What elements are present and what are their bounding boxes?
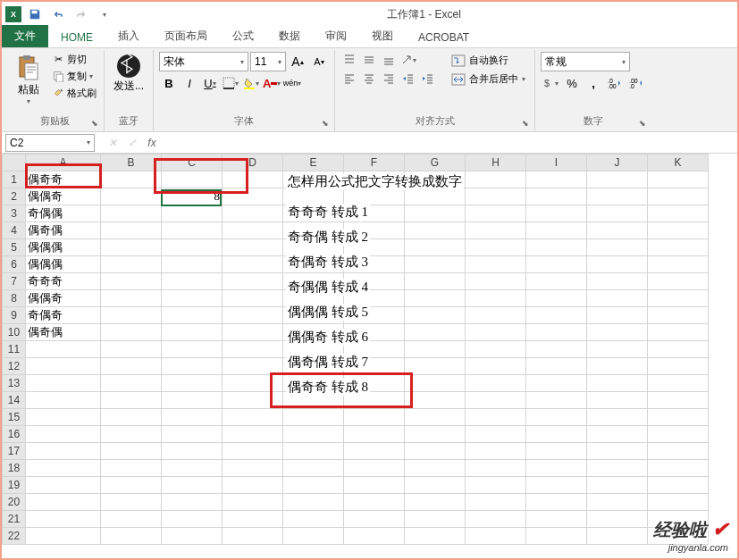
cell[interactable]: 偶偶偶 [26,239,101,256]
increase-indent-button[interactable] [419,71,437,87]
cell[interactable] [101,273,162,290]
cell[interactable] [587,324,648,341]
cell[interactable] [405,188,466,205]
formula-input[interactable] [166,134,737,152]
cell[interactable] [344,443,405,460]
row-header[interactable]: 4 [3,222,26,239]
grow-font-button[interactable]: A▴ [288,52,307,71]
cell[interactable] [526,256,587,273]
cell[interactable] [162,273,223,290]
italic-button[interactable]: I [180,73,199,93]
cell[interactable] [223,392,283,409]
cell[interactable] [648,205,709,222]
cell[interactable] [466,290,526,307]
cell[interactable] [587,460,648,477]
tab-acrobat[interactable]: ACROBAT [406,28,482,47]
cell[interactable] [587,341,648,358]
cell[interactable] [405,494,466,511]
cell[interactable]: 偶奇偶 [26,324,101,341]
fill-color-button[interactable]: ▾ [241,73,261,93]
cell[interactable] [526,477,587,494]
cell[interactable] [648,290,709,307]
cell[interactable] [101,494,162,511]
cell[interactable] [405,239,466,256]
column-header[interactable]: H [466,155,526,171]
cell[interactable] [223,341,283,358]
cell[interactable] [405,222,466,239]
cell[interactable] [466,222,526,239]
tab-file[interactable]: 文件 [2,25,48,47]
cell[interactable] [26,426,101,443]
cell[interactable] [526,511,587,528]
cell[interactable] [101,205,162,222]
cell[interactable] [526,494,587,511]
row-header[interactable]: 18 [3,460,26,477]
cell[interactable] [344,477,405,494]
cell[interactable] [587,426,648,443]
tab-data[interactable]: 数据 [266,25,313,47]
cell[interactable] [587,392,648,409]
cell[interactable] [587,188,648,205]
cell[interactable] [101,409,162,426]
comma-button[interactable]: , [584,73,603,93]
cell[interactable] [223,307,283,324]
cell[interactable] [587,375,648,392]
cell[interactable] [223,494,283,511]
cell[interactable] [405,426,466,443]
cell[interactable] [587,205,648,222]
cell[interactable] [648,324,709,341]
cell[interactable] [405,375,466,392]
align-right-button[interactable] [380,71,398,87]
cell[interactable] [223,171,283,188]
cell[interactable] [587,358,648,375]
cell[interactable] [526,171,587,188]
cell[interactable] [101,324,162,341]
cell[interactable] [648,477,709,494]
cell[interactable] [405,511,466,528]
cell[interactable] [283,443,344,460]
cell[interactable] [223,188,283,205]
cell[interactable] [405,324,466,341]
cell[interactable] [26,494,101,511]
cell[interactable] [101,239,162,256]
cell[interactable] [101,511,162,528]
cell[interactable] [526,341,587,358]
row-header[interactable]: 11 [3,341,26,358]
cell[interactable] [101,341,162,358]
column-header[interactable]: C [162,155,223,171]
cell[interactable] [162,392,223,409]
cell[interactable] [587,443,648,460]
tab-review[interactable]: 审阅 [313,25,359,47]
cell[interactable] [101,443,162,460]
cell[interactable] [223,222,283,239]
cell[interactable] [526,222,587,239]
decrease-indent-button[interactable] [399,71,417,87]
app-icon[interactable]: X [5,6,21,22]
cell[interactable] [466,392,526,409]
font-color-button[interactable]: A▾ [262,73,281,93]
row-header[interactable]: 3 [3,205,26,222]
cell[interactable] [162,290,223,307]
align-center-button[interactable] [360,71,378,87]
column-header[interactable]: J [587,155,648,171]
merge-center-button[interactable]: 合并后居中 ▾ [448,71,529,88]
cell[interactable] [648,443,709,460]
cell[interactable] [466,426,526,443]
row-header[interactable]: 14 [3,392,26,409]
undo-button[interactable] [48,4,68,24]
cell[interactable] [466,341,526,358]
tab-view[interactable]: 视图 [359,25,406,47]
shrink-font-button[interactable]: A▾ [309,52,329,71]
cell[interactable] [648,256,709,273]
column-header[interactable]: K [648,155,709,171]
redo-button[interactable] [71,4,91,24]
cell[interactable] [466,443,526,460]
cell[interactable] [223,273,283,290]
cell[interactable] [466,239,526,256]
number-format-select[interactable]: 常规 ▾ [541,52,630,71]
font-name-select[interactable]: 宋体 ▾ [159,52,248,71]
row-header[interactable]: 22 [3,528,26,545]
cell[interactable] [587,477,648,494]
cell[interactable] [466,273,526,290]
cell[interactable] [223,358,283,375]
